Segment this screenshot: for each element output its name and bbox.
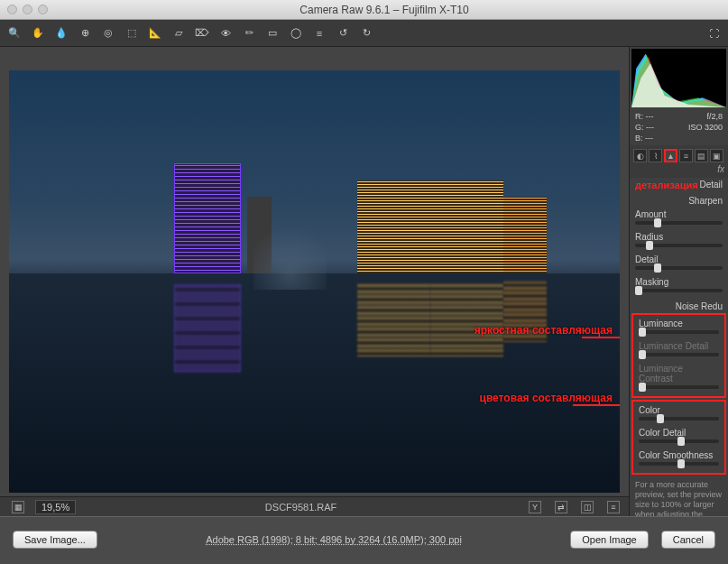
spot-removal-tool-icon[interactable]: ⌦	[195, 26, 209, 41]
tab-basic[interactable]: ◐	[633, 149, 647, 162]
swap-icon[interactable]: ⇄	[555, 501, 567, 513]
top-toolbar: 🔍 ✋ 💧 ⊕ ◎ ⬚ 📐 ▱ ⌦ 👁 ✏ ▭ ◯ ≡ ↺ ↻ ⛶	[0, 20, 728, 47]
save-image-button[interactable]: Save Image...	[13, 531, 97, 549]
window-title: Camera Raw 9.6.1 – Fujifilm X-T10	[48, 4, 721, 16]
targeted-adjust-tool-icon[interactable]: ◎	[101, 26, 115, 41]
tab-split[interactable]: ▤	[695, 149, 708, 162]
annotation-arrow-luminance	[582, 337, 620, 338]
hand-tool-icon[interactable]: ✋	[31, 26, 45, 41]
zoom-grid-icon[interactable]: ▦	[12, 501, 24, 513]
view-mode-icon[interactable]: ◫	[581, 501, 594, 513]
color-sampler-tool-icon[interactable]: ⊕	[78, 26, 92, 41]
workflow-options-link[interactable]: Adobe RGB (1998); 8 bit; 4896 by 3264 (1…	[110, 534, 558, 545]
bottom-bar: Save Image... Adobe RGB (1998); 8 bit; 4…	[0, 516, 728, 561]
masking-label: Masking	[635, 277, 723, 287]
color-label: Color	[639, 405, 719, 415]
close-window-icon[interactable]	[7, 5, 17, 14]
luminance-detail-label: Luminance Detail	[639, 341, 719, 351]
image-viewer: яркостная составляющая цветовая составля…	[0, 47, 629, 516]
zoom-level[interactable]: 19,5%	[35, 500, 76, 514]
sharpening-header: Sharpen	[630, 192, 728, 208]
radius-slider[interactable]	[635, 244, 723, 247]
tab-curve[interactable]: ⌇	[649, 149, 662, 162]
histogram[interactable]	[631, 49, 726, 107]
preview-canvas[interactable]: яркостная составляющая цветовая составля…	[9, 70, 620, 493]
readout-b: B: ---	[635, 133, 688, 143]
transform-tool-icon[interactable]: ▱	[171, 26, 186, 41]
zoom-tool-icon[interactable]: 🔍	[7, 26, 22, 41]
luminance-detail-slider[interactable]	[639, 353, 719, 356]
settings-sidebar: R: --- G: --- B: --- f/2,8 ISO 3200 ◐ ⌇ …	[629, 47, 728, 516]
readout-g: G: ---	[635, 122, 688, 133]
before-after-icon[interactable]: Y	[529, 501, 541, 513]
filename-label: DSCF9581.RAF	[87, 502, 515, 513]
preferences-icon[interactable]: ≡	[312, 26, 327, 41]
redeye-tool-icon[interactable]: 👁	[218, 26, 233, 41]
tab-lens[interactable]: ▣	[710, 149, 723, 162]
zoom-hint: For a more accurate preview, set the pre…	[630, 476, 728, 516]
viewer-footer: ▦ 19,5% DSCF9581.RAF Y ⇄ ◫ ≡	[0, 496, 629, 516]
color-group-highlight: Color Color Detail Color Smoothness	[631, 400, 726, 475]
readout-iso: ISO 3200	[688, 122, 723, 133]
luminance-group-highlight: Luminance Luminance Detail Luminance Con…	[631, 313, 726, 398]
tab-detail[interactable]: ▲	[664, 149, 677, 162]
adjustment-brush-tool-icon[interactable]: ✏	[242, 26, 256, 41]
noise-header: Noise Redu	[630, 298, 728, 313]
detail-slider[interactable]	[635, 266, 723, 270]
masking-slider[interactable]	[635, 289, 723, 292]
white-balance-tool-icon[interactable]: 💧	[54, 26, 69, 41]
readout-aperture: f/2,8	[688, 111, 723, 122]
radial-filter-tool-icon[interactable]: ◯	[289, 26, 303, 41]
fullscreen-icon[interactable]: ⛶	[706, 26, 721, 41]
amount-slider[interactable]	[635, 221, 723, 225]
rotate-ccw-icon[interactable]: ↺	[336, 26, 350, 41]
annotation-luminance: яркостная составляющая	[475, 324, 613, 337]
open-image-button[interactable]: Open Image	[570, 531, 649, 549]
readout-r: R: ---	[635, 111, 688, 122]
readout: R: --- G: --- B: --- f/2,8 ISO 3200	[630, 109, 728, 145]
amount-label: Amount	[635, 209, 723, 219]
tab-fx[interactable]: fx	[717, 164, 724, 174]
luminance-slider[interactable]	[639, 330, 719, 334]
minimize-window-icon[interactable]	[23, 5, 32, 14]
annotation-arrow-color	[573, 404, 620, 406]
color-slider[interactable]	[639, 417, 719, 421]
graduated-filter-tool-icon[interactable]: ▭	[265, 26, 280, 41]
rotate-cw-icon[interactable]: ↻	[359, 26, 373, 41]
zoom-window-icon[interactable]	[38, 5, 48, 14]
luminance-label: Luminance	[639, 319, 719, 328]
crop-tool-icon[interactable]: ⬚	[124, 26, 139, 41]
annotation-detail: детализация	[635, 180, 698, 190]
color-smoothness-slider[interactable]	[639, 462, 719, 466]
reset-view-icon[interactable]: ≡	[607, 501, 620, 513]
color-detail-slider[interactable]	[639, 439, 719, 443]
panel-tabs: ◐ ⌇ ▲ ≡ ▤ ▣ fx	[630, 145, 728, 178]
detail-label: Detail	[635, 254, 723, 264]
traffic-lights	[7, 5, 48, 14]
straighten-tool-icon[interactable]: 📐	[148, 26, 162, 41]
window-titlebar: Camera Raw 9.6.1 – Fujifilm X-T10	[0, 0, 728, 20]
annotation-color: цветовая составляющая	[480, 392, 613, 404]
cancel-button[interactable]: Cancel	[661, 531, 715, 549]
luminance-contrast-slider[interactable]	[639, 385, 719, 389]
panel-title: Detail	[699, 180, 723, 190]
luminance-contrast-label: Luminance Contrast	[639, 364, 719, 384]
tab-hsl[interactable]: ≡	[679, 149, 693, 162]
